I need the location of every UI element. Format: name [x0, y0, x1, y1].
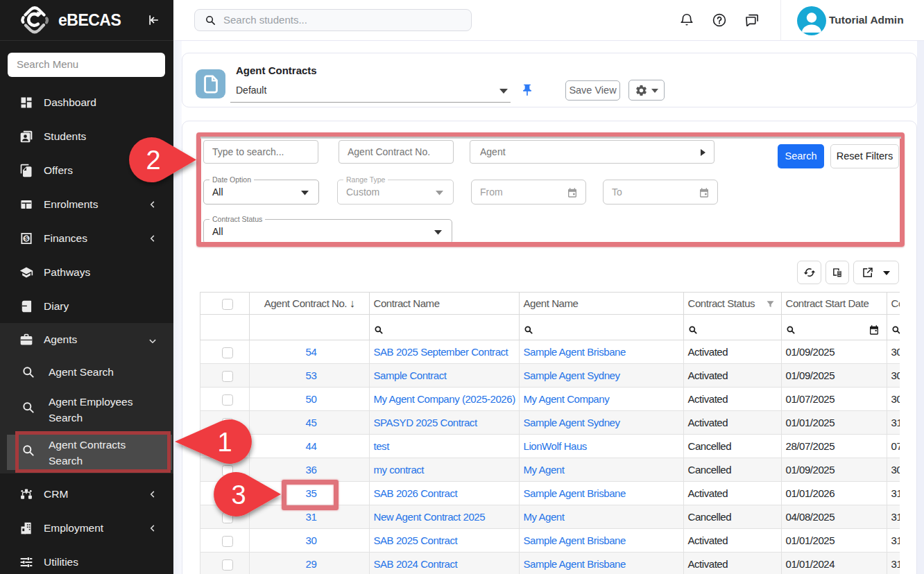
svg-text:$: $ — [24, 235, 28, 242]
